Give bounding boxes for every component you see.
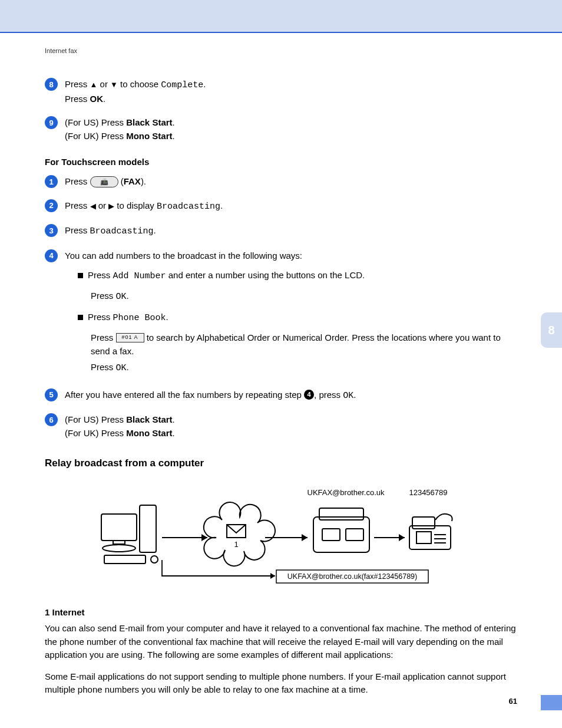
text: . xyxy=(203,79,206,89)
code-text: OK xyxy=(343,391,353,401)
diagram-legend: 1 Internet xyxy=(45,607,517,617)
step-9: 9 (For US) Press Black Start. (For UK) P… xyxy=(45,116,517,143)
key-label: FAX xyxy=(124,176,141,186)
svg-rect-12 xyxy=(319,508,363,520)
sub-bullet: Press Phone Book. xyxy=(78,310,517,325)
text: Press xyxy=(91,362,116,372)
text: . xyxy=(127,291,129,301)
key-label: Mono Start xyxy=(126,131,172,141)
step-badge: 1 xyxy=(45,175,58,188)
paragraph: Some E-mail applications do not support … xyxy=(45,670,517,697)
touch-step-1: 1 Press 📠 (FAX). xyxy=(45,175,517,189)
svg-rect-14 xyxy=(346,529,363,541)
text: to choose xyxy=(118,79,161,89)
text: . xyxy=(173,131,175,141)
text: Press xyxy=(88,312,113,322)
code-text: Broadcasting xyxy=(90,226,154,236)
paragraph: You can also send E-mail from your compu… xyxy=(45,622,517,662)
text: or xyxy=(96,200,109,210)
step-body: Press ◀ or ▶ to display Broadcasting. xyxy=(65,199,517,214)
cloud-label: 1 xyxy=(234,540,238,549)
text: After you have entered all the fax numbe… xyxy=(65,390,304,400)
text: (For UK) Press xyxy=(65,131,126,141)
text: . xyxy=(173,428,175,438)
svg-rect-2 xyxy=(113,541,125,544)
text: ). xyxy=(141,176,146,186)
code-text: OK xyxy=(116,292,127,302)
code-text: Broadcasting xyxy=(157,202,220,212)
touch-step-4: 4 You can add numbers to the broadcast i… xyxy=(45,249,517,378)
text: (For UK) Press xyxy=(65,428,126,438)
touchscreen-heading: For Touchscreen models xyxy=(45,157,517,167)
touch-step-6: 6 (For US) Press Black Start. (For UK) P… xyxy=(45,413,517,440)
text: . xyxy=(166,312,168,322)
page-number: 61 xyxy=(509,697,517,706)
text: Press xyxy=(65,79,90,89)
step-body: Press 📠 (FAX). xyxy=(65,175,517,189)
chapter-tab: 8 xyxy=(541,312,562,348)
diagram-number-label: 123456789 xyxy=(409,488,447,497)
text: Press xyxy=(65,94,90,104)
sub-line: Press OK. xyxy=(91,360,517,375)
touch-step-5: 5 After you have entered all the fax num… xyxy=(45,388,517,403)
bullet-icon xyxy=(78,273,83,278)
key-label: Mono Start xyxy=(126,428,172,438)
text: and enter a number using the buttons on … xyxy=(166,270,365,280)
diagram-caption: UKFAX@brother.co.uk(fax#123456789) xyxy=(287,572,417,581)
sub-bullet: Press Add Number and enter a number usin… xyxy=(78,268,517,283)
diagram: UKFAX@brother.co.uk 123456789 1 xyxy=(45,485,517,591)
relay-diagram-icon: UKFAX@brother.co.uk 123456789 1 xyxy=(98,485,464,591)
svg-rect-1 xyxy=(101,514,137,541)
key-label: Black Start xyxy=(126,117,172,127)
step-badge: 9 xyxy=(45,116,58,129)
svg-point-5 xyxy=(151,556,158,563)
key-label: OK xyxy=(90,94,104,104)
text: . xyxy=(127,362,129,372)
step-body: (For US) Press Black Start. (For UK) Pre… xyxy=(65,413,517,440)
search-button-icon: #01 A xyxy=(116,333,144,342)
touch-step-3: 3 Press Broadcasting. xyxy=(45,224,517,239)
text: Press xyxy=(91,291,116,301)
left-arrow-icon: ◀ xyxy=(90,202,96,210)
top-banner xyxy=(0,0,562,32)
text: or xyxy=(97,79,110,89)
text: to search by Alphabetical Order or Numer… xyxy=(91,332,501,356)
step-body: After you have entered all the fax numbe… xyxy=(65,388,517,403)
text: . xyxy=(154,225,156,235)
svg-marker-10 xyxy=(302,534,308,541)
text: . xyxy=(353,390,356,400)
step-badge: 3 xyxy=(45,224,58,237)
text: . xyxy=(103,94,105,104)
step-body: You can add numbers to the broadcast in … xyxy=(65,249,517,378)
section-header: Internet fax xyxy=(45,47,517,54)
svg-marker-23 xyxy=(270,573,275,579)
right-arrow-icon: ▶ xyxy=(108,202,114,210)
text: Press xyxy=(88,270,113,280)
text: . xyxy=(173,117,175,127)
svg-marker-16 xyxy=(399,534,405,541)
step-badge: 4 xyxy=(45,249,58,262)
text: Press xyxy=(91,332,116,342)
svg-rect-4 xyxy=(104,555,146,564)
step-badge: 8 xyxy=(45,78,58,91)
key-label: Black Start xyxy=(126,414,172,424)
svg-rect-19 xyxy=(416,532,431,543)
text: Press xyxy=(65,225,90,235)
svg-rect-13 xyxy=(322,529,340,541)
text: (For US) Press xyxy=(65,414,126,424)
step-badge: 6 xyxy=(45,413,58,426)
step-ref-badge: 4 xyxy=(304,390,314,400)
touch-step-2: 2 Press ◀ or ▶ to display Broadcasting. xyxy=(45,199,517,214)
bullet-icon xyxy=(78,315,83,320)
code-text: OK xyxy=(116,363,127,373)
relay-heading: Relay broadcast from a computer xyxy=(45,457,517,469)
sub-line: Press OK. xyxy=(91,289,517,304)
svg-point-3 xyxy=(103,545,135,552)
svg-rect-0 xyxy=(140,505,156,552)
step-badge: 2 xyxy=(45,199,58,212)
svg-rect-18 xyxy=(412,517,435,529)
step-8: 8 Press ▲ or ▼ to choose Complete. Press… xyxy=(45,78,517,106)
up-arrow-icon: ▲ xyxy=(90,80,98,89)
step-body: Press ▲ or ▼ to choose Complete. Press O… xyxy=(65,78,517,106)
text: You can add numbers to the broadcast in … xyxy=(65,249,517,263)
